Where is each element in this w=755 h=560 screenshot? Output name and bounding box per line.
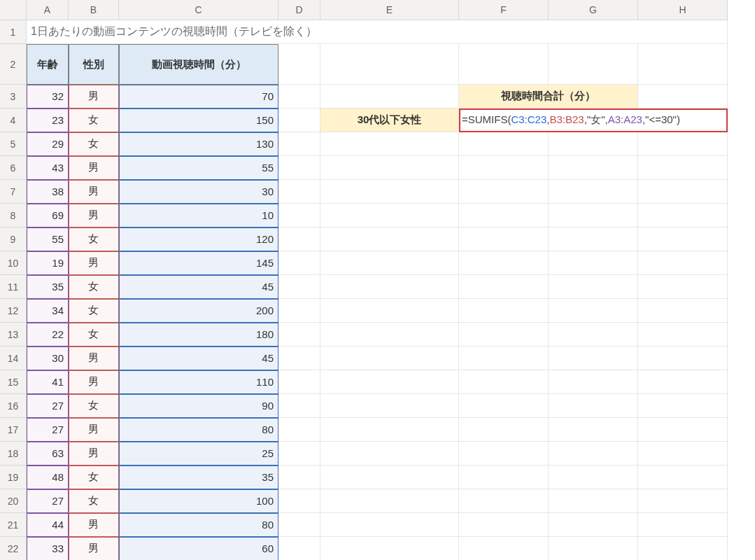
- cell-age[interactable]: 48: [27, 465, 69, 489]
- cell-age[interactable]: 27: [27, 394, 69, 418]
- cell-blank[interactable]: [278, 227, 320, 251]
- cell-age[interactable]: 32: [27, 85, 69, 108]
- cell-blank[interactable]: [638, 537, 728, 560]
- cell-blank[interactable]: [320, 323, 459, 346]
- row-header-4[interactable]: 4: [0, 108, 27, 132]
- cell-sex[interactable]: 男: [69, 513, 119, 537]
- cell-blank[interactable]: [549, 513, 638, 537]
- row-header-17[interactable]: 17: [0, 418, 27, 442]
- row-header-5[interactable]: 5: [0, 132, 27, 156]
- cell-age[interactable]: 38: [27, 180, 69, 204]
- col-header-F[interactable]: F: [459, 0, 549, 20]
- cell-blank[interactable]: [459, 394, 549, 418]
- cell-blank[interactable]: [459, 132, 549, 156]
- row-header-22[interactable]: 22: [0, 537, 27, 560]
- cell-time[interactable]: 90: [119, 394, 278, 418]
- cell-blank[interactable]: [549, 156, 638, 180]
- cell-time[interactable]: 25: [119, 442, 278, 465]
- cell-blank[interactable]: [549, 394, 638, 418]
- cell-blank[interactable]: [320, 132, 459, 156]
- cell-blank[interactable]: [459, 275, 549, 299]
- cell-blank[interactable]: [638, 513, 728, 537]
- cell-age[interactable]: 27: [27, 489, 69, 513]
- cell-blank[interactable]: [278, 465, 320, 489]
- cell-blank[interactable]: [459, 251, 549, 275]
- cell-blank[interactable]: [278, 204, 320, 227]
- cell-blank[interactable]: [278, 180, 320, 204]
- cell-sex[interactable]: 女: [69, 132, 119, 156]
- cell-time[interactable]: 145: [119, 251, 278, 275]
- cell-age[interactable]: 27: [27, 418, 69, 442]
- cell-age[interactable]: 69: [27, 204, 69, 227]
- col-header-H[interactable]: H: [638, 0, 728, 20]
- formula-cell[interactable]: =SUMIFS(C3:C23,B3:B23,"女",A3:A23,"<=30"): [459, 108, 728, 132]
- cell-blank[interactable]: [459, 44, 549, 85]
- cell-blank[interactable]: [459, 489, 549, 513]
- cell-blank[interactable]: [459, 370, 549, 394]
- cell-age[interactable]: 55: [27, 227, 69, 251]
- cell-blank[interactable]: [549, 180, 638, 204]
- cell-blank[interactable]: [638, 370, 728, 394]
- cell-time[interactable]: 80: [119, 513, 278, 537]
- cell-blank[interactable]: [638, 323, 728, 346]
- cell-blank[interactable]: [320, 275, 459, 299]
- cell-blank[interactable]: [549, 442, 638, 465]
- cell-sex[interactable]: 男: [69, 370, 119, 394]
- cell-blank[interactable]: [459, 156, 549, 180]
- cell-age[interactable]: 44: [27, 513, 69, 537]
- cell-blank[interactable]: [278, 108, 320, 132]
- cell-time[interactable]: 45: [119, 275, 278, 299]
- cell-blank[interactable]: [320, 204, 459, 227]
- cell-blank[interactable]: [278, 85, 320, 108]
- cell-time[interactable]: 30: [119, 180, 278, 204]
- cell-blank[interactable]: [638, 299, 728, 323]
- cell-blank[interactable]: [459, 418, 549, 442]
- cell-sex[interactable]: 男: [69, 537, 119, 560]
- cell-blank[interactable]: [320, 418, 459, 442]
- cell-sex[interactable]: 女: [69, 323, 119, 346]
- cell-age[interactable]: 22: [27, 323, 69, 346]
- cell-time[interactable]: 200: [119, 299, 278, 323]
- cell-blank[interactable]: [278, 299, 320, 323]
- cell-time[interactable]: 130: [119, 132, 278, 156]
- cell-age[interactable]: 23: [27, 108, 69, 132]
- row-header-12[interactable]: 12: [0, 299, 27, 323]
- cell-blank[interactable]: [459, 323, 549, 346]
- cell-sex[interactable]: 男: [69, 346, 119, 370]
- cell-time[interactable]: 150: [119, 108, 278, 132]
- cell-time[interactable]: 180: [119, 323, 278, 346]
- cell-blank[interactable]: [278, 346, 320, 370]
- cell-sex[interactable]: 男: [69, 180, 119, 204]
- cell-blank[interactable]: [320, 465, 459, 489]
- cell-blank[interactable]: [320, 489, 459, 513]
- col-header-E[interactable]: E: [320, 0, 459, 20]
- cell-sex[interactable]: 女: [69, 465, 119, 489]
- cell-blank[interactable]: [278, 44, 320, 85]
- cell-time[interactable]: 60: [119, 537, 278, 560]
- row-header-18[interactable]: 18: [0, 442, 27, 465]
- cell-sex[interactable]: 男: [69, 204, 119, 227]
- cell-age[interactable]: 33: [27, 537, 69, 560]
- cell-blank[interactable]: [549, 299, 638, 323]
- cell-age[interactable]: 19: [27, 251, 69, 275]
- cell-blank[interactable]: [549, 204, 638, 227]
- cell-sex[interactable]: 女: [69, 394, 119, 418]
- cell-blank[interactable]: [638, 180, 728, 204]
- cell-blank[interactable]: [638, 85, 728, 108]
- cell-blank[interactable]: [320, 394, 459, 418]
- cell-time[interactable]: 35: [119, 465, 278, 489]
- cell-blank[interactable]: [278, 442, 320, 465]
- cell-blank[interactable]: [549, 275, 638, 299]
- cell-blank[interactable]: [549, 251, 638, 275]
- cell-blank[interactable]: [278, 513, 320, 537]
- cell-sex[interactable]: 男: [69, 251, 119, 275]
- cell-sex[interactable]: 女: [69, 299, 119, 323]
- cell-blank[interactable]: [320, 156, 459, 180]
- cell-blank[interactable]: [549, 418, 638, 442]
- cell-sex[interactable]: 男: [69, 418, 119, 442]
- cell-sex[interactable]: 女: [69, 108, 119, 132]
- cell-blank[interactable]: [549, 370, 638, 394]
- cell-blank[interactable]: [459, 513, 549, 537]
- cell-blank[interactable]: [320, 44, 459, 85]
- row-header-11[interactable]: 11: [0, 275, 27, 299]
